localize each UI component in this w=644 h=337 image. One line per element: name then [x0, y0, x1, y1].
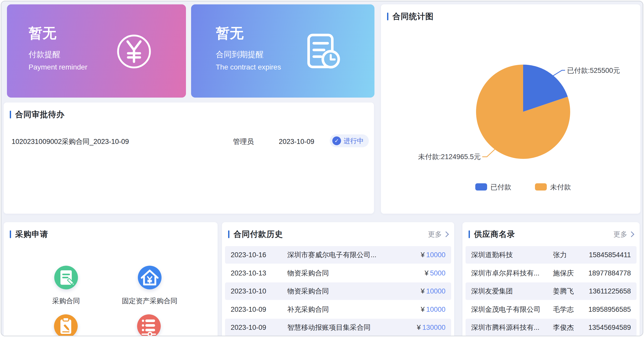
title-accent-bar	[10, 230, 11, 238]
payment-name: 深圳市赛威尔电子有限公司...	[287, 246, 377, 264]
supplier-company: 深圳市腾科源科技有...	[471, 319, 540, 336]
payment-name: 智慧移动报账项目集采合同	[287, 319, 371, 336]
shortcut-label: 固定资产采购合同	[122, 296, 177, 306]
clipboard-pencil-icon[interactable]	[54, 314, 78, 336]
supplier-contact: 张力	[553, 246, 567, 264]
supplier-contact: 毛学志	[553, 301, 574, 318]
payment-date: 2023-10-10	[231, 282, 266, 300]
supplier-directory-panel: 供应商名录 更多 深圳道勤科技 张力 15845854411 深圳市卓尔昇科技有…	[462, 222, 640, 336]
title-accent-bar	[10, 111, 11, 118]
approval-panel-title: 合同审批待办	[15, 109, 65, 120]
supplier-phone: 18958956585	[588, 301, 631, 318]
legend-swatch-paid[interactable]	[475, 183, 487, 191]
expire-card-subtitle: The contract expires	[216, 63, 374, 71]
check-circle-icon: ✓	[332, 136, 341, 145]
yuan-circle-icon	[115, 32, 153, 72]
supplier-row[interactable]: 深圳市腾科源科技有... 李俊杰 13545694589	[466, 319, 637, 336]
title-accent-bar	[228, 230, 229, 238]
supplier-row[interactable]: 深圳金茂电子有限公司 毛学志 18958956585	[466, 301, 637, 318]
approval-user: 管理员	[233, 134, 254, 149]
history-panel-title: 合同付款历史	[234, 229, 283, 240]
payment-name: 补充采购合同	[287, 301, 329, 318]
approval-date: 2023-10-09	[279, 134, 314, 149]
expire-card-headline: 暂无	[216, 25, 374, 41]
payment-card-headline: 暂无	[29, 25, 186, 41]
legend-swatch-unpaid[interactable]	[535, 183, 547, 191]
supplier-panel-title: 供应商名录	[474, 229, 515, 240]
supplier-phone: 13545694589	[588, 319, 631, 336]
contract-expire-card: 暂无 合同到期提醒 The contract expires	[191, 4, 374, 98]
unpaid-callout-label: 未付款:2124965.5元	[418, 153, 481, 161]
payment-date: 2023-10-09	[231, 319, 266, 336]
status-badge: ✓ 进行中	[330, 134, 369, 147]
expire-card-title: 合同到期提醒	[216, 49, 374, 60]
payment-amount: ¥5000	[425, 264, 445, 282]
supplier-company: 深圳友爱集团	[471, 282, 513, 300]
legend-label-unpaid: 未付款	[550, 183, 571, 191]
shortcut-label: 采购合同	[52, 296, 80, 306]
supplier-contact: 姜腾飞	[553, 282, 574, 300]
supplier-phone: 18977884778	[588, 264, 631, 282]
payment-amount: ¥10000	[421, 246, 445, 264]
paid-callout-label: 已付款:525500元	[567, 67, 620, 74]
history-more-link[interactable]: 更多	[428, 230, 448, 239]
purchase-request-panel: 采购申请 采购合同 固定资产采购合同	[4, 222, 218, 336]
payment-name: 物资采购合同	[287, 282, 329, 300]
title-accent-bar	[469, 230, 470, 238]
chevron-right-icon	[629, 231, 634, 237]
server-list-icon[interactable]	[137, 314, 161, 336]
payment-amount: ¥130000	[417, 319, 445, 336]
supplier-contact: 李俊杰	[553, 319, 574, 336]
contract-pie-chart: 已付款:525500元 未付款:2124965.5元 已付款 未付款	[381, 4, 640, 214]
payment-amount: ¥10000	[421, 282, 445, 300]
supplier-more-link[interactable]: 更多	[613, 230, 633, 239]
purchase-panel-title: 采购申请	[15, 229, 48, 240]
history-row[interactable]: 2023-10-09 智慧移动报账项目集采合同 ¥130000	[225, 319, 451, 336]
legend-label-paid: 已付款	[490, 183, 511, 191]
supplier-contact: 施保庆	[553, 264, 574, 282]
supplier-company: 深圳金茂电子有限公司	[471, 301, 541, 318]
status-label: 进行中	[344, 136, 364, 145]
unpaid-callout-line	[482, 149, 495, 157]
history-row[interactable]: 2023-10-09 补充采购合同 ¥10000	[225, 301, 451, 318]
approval-row[interactable]: 1020231009002采购合同_2023-10-09 管理员 2023-10…	[4, 134, 374, 149]
house-yen-icon[interactable]	[138, 266, 162, 289]
document-pencil-icon[interactable]	[54, 266, 78, 289]
supplier-phone: 15845854411	[589, 246, 631, 264]
dashboard: 暂无 付款提醒 Payment reminder 暂无 合同到期提醒 The c…	[1, 1, 643, 336]
history-row[interactable]: 2023-10-10 物资采购合同 ¥10000	[225, 282, 451, 300]
payment-reminder-card: 暂无 付款提醒 Payment reminder	[7, 4, 186, 98]
supplier-row[interactable]: 深圳道勤科技 张力 15845854411	[466, 246, 637, 264]
payment-card-title: 付款提醒	[29, 49, 186, 60]
payment-date: 2023-10-16	[231, 246, 266, 264]
payment-amount: ¥10000	[421, 301, 445, 318]
approval-contract-name: 1020231009002采购合同_2023-10-09	[12, 134, 129, 149]
supplier-company: 深圳道勤科技	[471, 246, 513, 264]
supplier-company: 深圳市卓尔昇科技有...	[471, 264, 540, 282]
supplier-row[interactable]: 深圳友爱集团 姜腾飞 13611225658	[466, 282, 637, 300]
contract-stats-panel: 合同统计图 已付款:525500元 未付款:2124965.5元 已付款 未付款	[381, 4, 640, 214]
history-row[interactable]: 2023-10-13 物资采购合同 ¥5000	[225, 264, 451, 282]
contract-clock-icon	[303, 32, 345, 74]
supplier-phone: 13611225658	[589, 282, 631, 300]
history-row[interactable]: 2023-10-16 深圳市赛威尔电子有限公司... ¥10000	[225, 246, 451, 264]
contract-approval-panel: 合同审批待办 1020231009002采购合同_2023-10-09 管理员 …	[4, 102, 374, 214]
chevron-right-icon	[443, 231, 449, 237]
payment-card-subtitle: Payment reminder	[29, 63, 186, 71]
payment-date: 2023-10-13	[231, 264, 266, 282]
payment-name: 物资采购合同	[287, 264, 329, 282]
payment-history-panel: 合同付款历史 更多 2023-10-16 深圳市赛威尔电子有限公司... ¥10…	[222, 222, 454, 336]
supplier-row[interactable]: 深圳市卓尔昇科技有... 施保庆 18977884778	[466, 264, 637, 282]
payment-date: 2023-10-09	[231, 301, 266, 318]
paid-callout-line	[553, 70, 565, 76]
